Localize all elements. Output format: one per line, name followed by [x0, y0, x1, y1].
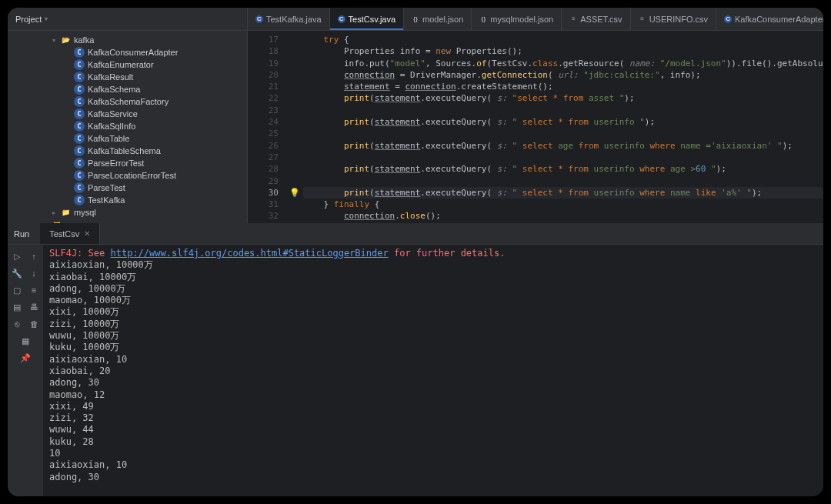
tab-label: KafkaConsumerAdapter.java	[735, 15, 823, 24]
tree-item-label: KafkaSqlInfo	[88, 122, 135, 131]
layout-icon[interactable]: ▤	[10, 300, 24, 314]
editor-tab[interactable]: {}model.json	[404, 8, 472, 30]
tree-item-label: KafkaTable	[88, 134, 129, 143]
project-tool-window: Project ▾ ▾📂kafkaCKafkaConsumerAdapterCK…	[8, 8, 248, 223]
editor-tab[interactable]: CTestCsv.java	[330, 8, 405, 30]
tree-item-label: mysql	[74, 208, 96, 217]
run-toolbar: ▷↑ 🔧↓ ▢≡ ▤🖶 ⎋🗑 ▦ 📌	[8, 245, 43, 496]
rerun-button[interactable]: ▷	[10, 249, 24, 263]
editor-tabs: CTestKafka.javaCTestCsv.java{}model.json…	[248, 8, 823, 31]
close-icon[interactable]: ✕	[84, 229, 90, 238]
tree-item-label: ParseLocationErrorTest	[88, 171, 176, 180]
grid-icon[interactable]: ▦	[18, 334, 32, 348]
tree-item-label: ParseTest	[88, 183, 125, 192]
tree-item-label: KafkaEnumerator	[88, 60, 154, 69]
tree-item-label: ParseErrorTest	[88, 159, 144, 168]
filter-icon[interactable]: ≡	[27, 283, 41, 297]
run-tab-label: TestCsv	[49, 229, 79, 239]
tree-item-label: kafka	[74, 35, 94, 45]
gutter: 1718192021222324252627282930313233	[248, 31, 286, 223]
project-header[interactable]: Project ▾	[8, 8, 247, 31]
tree-item-label: KafkaTableSchema	[88, 146, 161, 155]
tree-item-label: TestKafka	[88, 195, 125, 205]
editor-tab[interactable]: CKafkaConsumerAdapter.java	[716, 8, 823, 30]
tree-item[interactable]: CKafkaResult	[8, 71, 247, 83]
tree-item[interactable]: CKafkaTableSchema	[8, 145, 247, 157]
trash-icon[interactable]: 🗑	[27, 317, 41, 331]
tree-item[interactable]: ▸📁mysql	[8, 206, 247, 219]
tree-item-label: KafkaSchema	[88, 85, 140, 94]
tree-item[interactable]: ▾📂kafka	[8, 34, 247, 46]
slf4j-link[interactable]: http://www.slf4j.org/codes.html#StaticLo…	[110, 248, 388, 259]
tab-label: USERINFO.csv	[649, 15, 708, 24]
tree-item-label: KafkaService	[88, 109, 138, 118]
wrench-icon[interactable]: 🔧	[10, 266, 24, 280]
run-label[interactable]: Run	[14, 229, 29, 239]
tree-item[interactable]: CParseErrorTest	[8, 157, 247, 169]
tree-item[interactable]: CKafkaConsumerAdapter	[8, 46, 247, 58]
tree-item[interactable]: CKafkaEnumerator	[8, 58, 247, 71]
editor-tab[interactable]: ≡ASSET.csv	[562, 8, 630, 30]
tree-item[interactable]: CKafkaSchema	[8, 83, 247, 95]
down-button[interactable]: ↓	[27, 266, 41, 280]
project-tree[interactable]: ▾📂kafkaCKafkaConsumerAdapterCKafkaEnumer…	[8, 31, 247, 223]
chevron-down-icon: ▾	[45, 15, 48, 22]
tree-item-label: KafkaConsumerAdapter	[88, 48, 178, 57]
tree-item-label: KafkaSchemaFactory	[88, 97, 169, 106]
tree-item[interactable]: CParseTest	[8, 182, 247, 194]
print-icon[interactable]: 🖶	[27, 300, 41, 314]
run-tab[interactable]: TestCsv ✕	[40, 223, 100, 244]
lightbulb-icon[interactable]: 💡	[286, 187, 303, 199]
run-tool-window: Run TestCsv ✕ ▷↑ 🔧↓ ▢≡ ▤🖶 ⎋🗑 ▦ 📌 SLF4J: …	[8, 223, 823, 496]
editor-tab[interactable]: ≡USERINFO.csv	[631, 8, 716, 30]
pin-icon[interactable]: 📌	[18, 351, 32, 365]
tree-item[interactable]: CKafkaSchemaFactory	[8, 95, 247, 108]
tree-item[interactable]: CKafkaTable	[8, 132, 247, 145]
tab-label: mysqlmodel.json	[490, 15, 553, 24]
tree-item[interactable]: CKafkaSqlInfo	[8, 120, 247, 132]
stop-button[interactable]: ▢	[10, 283, 24, 297]
console-output[interactable]: SLF4J: See http://www.slf4j.org/codes.ht…	[43, 245, 823, 496]
editor-tab[interactable]: CTestKafka.java	[248, 8, 330, 30]
editor-tab[interactable]: {}mysqlmodel.json	[472, 8, 562, 30]
tree-item[interactable]: CKafkaService	[8, 108, 247, 120]
tab-label: TestCsv.java	[349, 15, 396, 24]
tree-item[interactable]: CParseLocationErrorTest	[8, 169, 247, 182]
up-button[interactable]: ↑	[27, 249, 41, 263]
exit-icon[interactable]: ⎋	[10, 317, 24, 331]
code-area[interactable]: try { Properties info = new Properties()…	[303, 31, 823, 223]
tab-label: ASSET.csv	[580, 15, 622, 24]
run-header: Run TestCsv ✕	[8, 223, 823, 245]
gutter-marks: 💡	[286, 31, 303, 223]
editor-area: CTestKafka.javaCTestCsv.java{}model.json…	[248, 8, 823, 223]
tab-label: model.json	[422, 15, 463, 24]
editor-body[interactable]: 1718192021222324252627282930313233 💡 try…	[248, 31, 823, 223]
tree-item[interactable]: CTestKafka	[8, 194, 247, 206]
tab-label: TestKafka.java	[266, 15, 322, 24]
project-label: Project	[15, 15, 42, 24]
tree-item-label: KafkaResult	[88, 72, 133, 82]
